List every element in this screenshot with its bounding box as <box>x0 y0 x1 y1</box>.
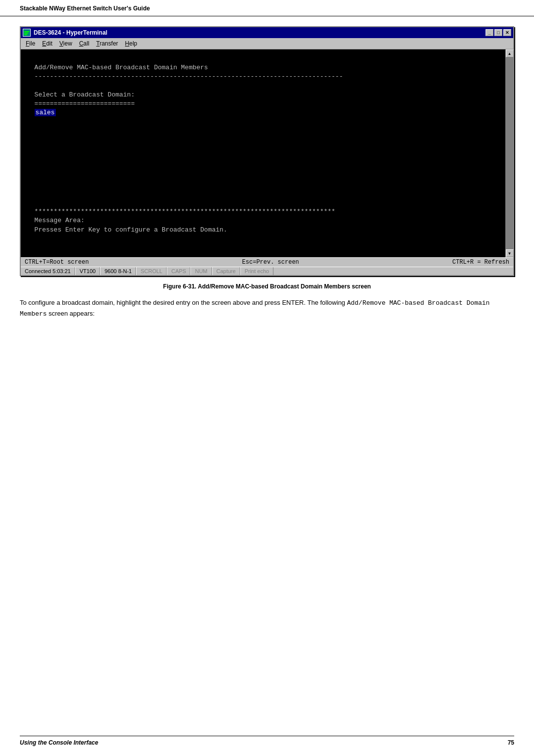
status-capture: Capture <box>212 267 240 275</box>
svg-rect-2 <box>24 33 28 34</box>
terminal-line-18: ****************************************… <box>27 207 507 216</box>
menu-help[interactable]: Help <box>122 39 140 48</box>
terminal-line-19: Message Area: <box>27 216 507 225</box>
selected-domain: sales <box>35 109 56 116</box>
page-footer: Using the Console Interface 75 <box>20 736 514 746</box>
ctrl-left: CTRL+T=Root screen <box>25 259 89 266</box>
menu-view[interactable]: View <box>56 39 75 48</box>
header-title: Stackable NWay Ethernet Switch User's Gu… <box>20 5 150 12</box>
footer-left: Using the Console Interface <box>20 739 98 746</box>
terminal-line-13 <box>27 162 507 171</box>
title-bar-left: DES-3624 - HyperTerminal <box>23 29 107 37</box>
terminal-line-8 <box>27 117 507 126</box>
figure-caption: Figure 6-31. Add/Remove MAC-based Broadc… <box>20 283 514 290</box>
terminal-wrapper: Add/Remove MAC-based Broadcast Domain Me… <box>21 49 513 257</box>
menu-edit[interactable]: Edit <box>39 39 55 48</box>
status-baud: 9600 8-N-1 <box>100 267 136 275</box>
terminal-line-4 <box>27 82 507 91</box>
scrollbar[interactable]: ▲ ▼ <box>505 49 513 257</box>
terminal-line-3: ----------------------------------------… <box>27 72 507 81</box>
menu-file[interactable]: File <box>23 39 38 48</box>
body-paragraph: To configure a broadcast domain, highlig… <box>20 298 514 320</box>
hyper-terminal-window: DES-3624 - HyperTerminal _ □ ✕ File Edit… <box>20 26 514 276</box>
terminal-line-1 <box>27 54 507 63</box>
svg-rect-3 <box>24 34 27 35</box>
status-num: NUM <box>190 267 212 275</box>
terminal-line-11 <box>27 144 507 153</box>
menu-bar: File Edit View Call Transfer Help <box>21 38 513 49</box>
maximize-button[interactable]: □ <box>494 29 502 36</box>
scroll-up-button[interactable]: ▲ <box>506 49 514 57</box>
menu-transfer[interactable]: Transfer <box>93 39 121 48</box>
page-header: Stackable NWay Ethernet Switch User's Gu… <box>0 0 534 16</box>
scroll-track[interactable] <box>506 57 513 249</box>
app-icon <box>23 29 31 37</box>
body-text-content: To configure a broadcast domain, highlig… <box>20 299 490 317</box>
close-button[interactable]: ✕ <box>503 29 511 36</box>
terminal-line-20: Presses Enter Key to configure a Broadca… <box>27 226 507 235</box>
status-bar: Connected 5:03:21 VT100 9600 8-N-1 SCROL… <box>21 267 513 275</box>
menu-call[interactable]: Call <box>76 39 92 48</box>
terminal-display[interactable]: Add/Remove MAC-based Broadcast Domain Me… <box>21 49 513 257</box>
terminal-line-17 <box>27 198 507 207</box>
ctrl-center: Esc=Prev. screen <box>242 259 299 266</box>
terminal-line-14 <box>27 171 507 180</box>
page-content: DES-3624 - HyperTerminal _ □ ✕ File Edit… <box>0 16 534 330</box>
title-bar: DES-3624 - HyperTerminal _ □ ✕ <box>21 27 513 38</box>
status-terminal: VT100 <box>75 267 100 275</box>
scroll-down-button[interactable]: ▼ <box>506 249 514 257</box>
status-caps: CAPS <box>167 267 190 275</box>
body-text-mono: Add/Remove MAC-based Broadcast Domain Me… <box>20 299 490 318</box>
window-title: DES-3624 - HyperTerminal <box>34 29 107 36</box>
minimize-button[interactable]: _ <box>486 29 493 36</box>
window-controls: _ □ ✕ <box>486 29 511 36</box>
status-print-echo: Print echo <box>240 267 274 275</box>
footer-right: 75 <box>508 739 514 746</box>
terminal-line-10 <box>27 136 507 144</box>
terminal-line-5: Select a Broadcast Domain: <box>27 91 507 99</box>
terminal-line-9 <box>27 127 507 136</box>
svg-rect-1 <box>24 31 29 32</box>
ctrl-right: CTRL+R = Refresh <box>452 259 509 266</box>
terminal-line-12 <box>27 153 507 162</box>
terminal-line-16 <box>27 189 507 198</box>
status-scroll: SCROLL <box>136 267 167 275</box>
ctrl-bar: CTRL+T=Root screen Esc=Prev. screen CTRL… <box>21 257 513 267</box>
terminal-line-15 <box>27 181 507 189</box>
terminal-line-2: Add/Remove MAC-based Broadcast Domain Me… <box>27 63 507 72</box>
status-connected: Connected 5:03:21 <box>21 267 75 275</box>
terminal-line-7: sales <box>27 108 507 117</box>
terminal-line-6: ========================== <box>27 99 507 108</box>
